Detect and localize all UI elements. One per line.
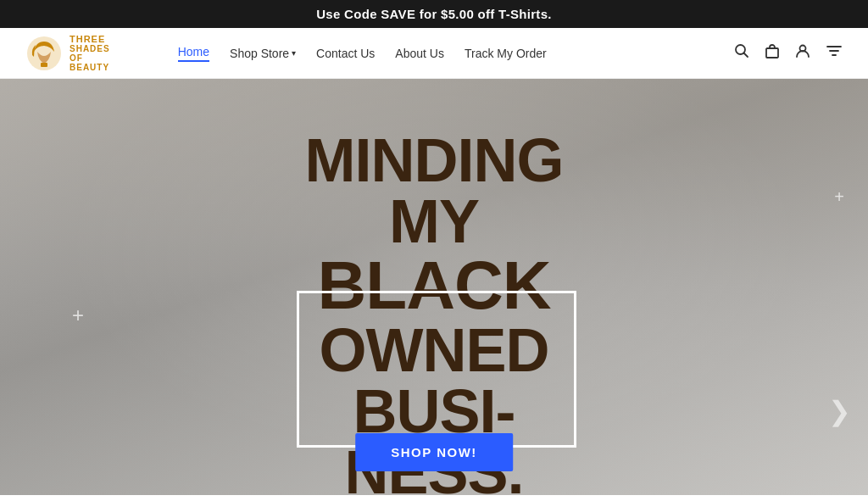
logo-text: THREE SHADES OF BEAUTY [70, 34, 110, 72]
logo-link[interactable]: THREE SHADES OF BEAUTY [25, 34, 110, 72]
next-arrow-icon[interactable]: ❯ [828, 395, 851, 427]
nav-contact-us[interactable]: Contact Us [316, 47, 375, 60]
shop-button-wrapper: SHOP NOW! [355, 433, 513, 471]
bag-icon[interactable] [765, 43, 780, 63]
header-icons [734, 43, 843, 63]
search-icon[interactable] [734, 43, 749, 63]
hero-section: MINDING MY BLACK OWNED BUSI- NESS. + + ❯… [0, 79, 868, 495]
nav-track-order[interactable]: Track My Order [465, 47, 547, 60]
svg-rect-4 [766, 48, 778, 58]
announcement-bar: Use Code SAVE for $5.00 off T-Shirts. [0, 0, 868, 28]
nav-shop-store[interactable]: Shop Store ▾ [230, 47, 296, 60]
nav-home[interactable]: Home [178, 45, 209, 62]
shop-now-button[interactable]: SHOP NOW! [355, 433, 513, 471]
filter-icon[interactable] [826, 43, 843, 63]
chevron-down-icon: ▾ [292, 48, 296, 58]
svg-line-3 [744, 53, 748, 58]
main-nav: Home Shop Store ▾ Contact Us About Us Tr… [178, 45, 547, 62]
nav-about-us[interactable]: About Us [395, 47, 444, 60]
announcement-text: Use Code SAVE for $5.00 off T-Shirts. [316, 7, 552, 21]
plus-right-icon: + [834, 187, 844, 207]
logo-icon [25, 35, 63, 72]
header: THREE SHADES OF BEAUTY Home Shop Store ▾… [0, 28, 868, 79]
account-icon[interactable] [795, 43, 810, 63]
svg-rect-1 [41, 63, 47, 67]
plus-left-icon: + [72, 303, 84, 327]
